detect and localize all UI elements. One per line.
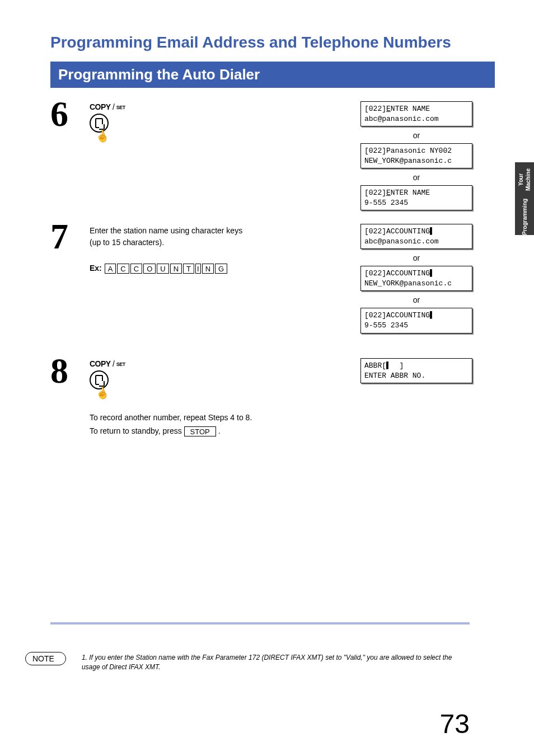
copy-set-label: COPY / SET	[90, 102, 349, 111]
copy-set-label: COPY / SET	[90, 359, 349, 368]
key-n: N	[170, 264, 182, 274]
or-separator: or	[360, 295, 472, 304]
divider	[50, 622, 470, 624]
lcd-display: ABBR[▌ ] ENTER ABBR NO.	[360, 358, 472, 383]
copy-text: COPY	[90, 102, 111, 111]
step-number-8: 8	[50, 355, 90, 438]
or-separator: or	[360, 253, 472, 262]
step8-note-line2: To return to standby, press STOP .	[90, 425, 349, 438]
note-text: 1. If you enter the Station name with th…	[82, 652, 470, 672]
example-line: Ex: ACCOUNTING	[90, 264, 349, 274]
ex-label: Ex:	[90, 264, 102, 273]
note-pill: NOTE	[25, 652, 66, 665]
step-number-7: 7	[50, 220, 90, 349]
section-heading: Programming the Auto Dialer	[50, 62, 495, 88]
page-title: Programming Email Address and Telephone …	[50, 34, 495, 51]
key-u: U	[157, 264, 168, 274]
key-c: C	[130, 264, 142, 274]
note-row: NOTE 1. If you enter the Station name wi…	[25, 652, 470, 672]
key-n: N	[202, 264, 214, 274]
lcd-display: [022]Panasonic NY002 NEW_YORK@panasonic.…	[360, 143, 472, 168]
set-text: SET	[116, 362, 125, 368]
stop-key: STOP	[184, 426, 216, 436]
slash: /	[111, 359, 116, 368]
page-number: 73	[440, 708, 470, 739]
lcd-display: [022]ACCOUNTING▌ 9-555 2345	[360, 308, 472, 333]
lcd-display: [022]ACCOUNTING▌ NEW_YORK@panasonic.c	[360, 266, 472, 291]
lcd-display: [022]ACCOUNTING▌ abc@panasonic.com	[360, 224, 472, 249]
key-i: I	[195, 264, 201, 274]
slash: /	[111, 102, 116, 111]
key-g: G	[215, 264, 227, 274]
step-number-6: 6	[50, 98, 90, 215]
copy-set-button-icon: ☝	[90, 370, 112, 401]
key-c: C	[117, 264, 129, 274]
step8-notes: To record another number, repeat Steps 4…	[90, 411, 349, 438]
step7-instruction: Enter the station name using character k…	[90, 225, 349, 248]
set-text: SET	[116, 105, 125, 110]
key-a: A	[105, 264, 116, 274]
copy-set-button-icon: ☝	[90, 114, 112, 144]
step8-note-line1: To record another number, repeat Steps 4…	[90, 411, 349, 425]
or-separator: or	[360, 173, 472, 182]
or-separator: or	[360, 131, 472, 140]
key-o: O	[143, 264, 156, 274]
key-t: T	[183, 264, 194, 274]
lcd-display: [022]ENTER NAME abc@panasonic.com	[360, 101, 472, 126]
lcd-display: [022]ENTER NAME 9-555 2345	[360, 185, 472, 210]
copy-text: COPY	[90, 359, 111, 368]
